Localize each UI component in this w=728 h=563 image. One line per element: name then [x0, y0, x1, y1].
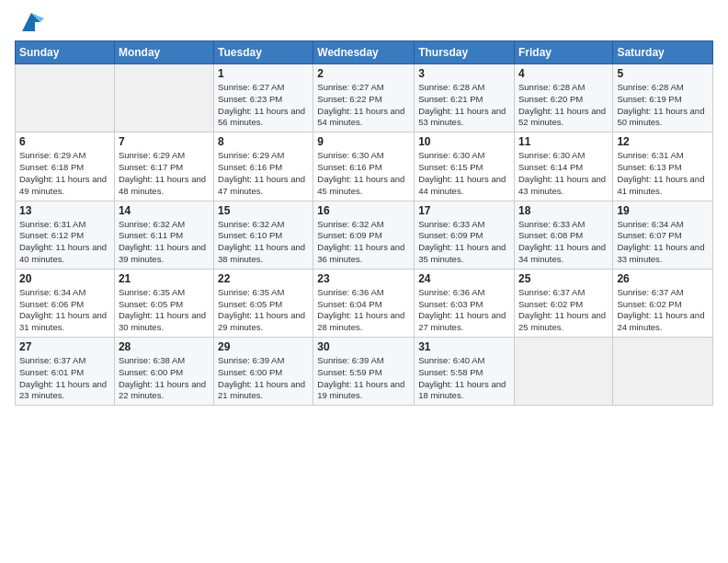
day-info: Sunrise: 6:34 AMSunset: 6:06 PMDaylight:… [19, 287, 110, 334]
day-number: 11 [518, 135, 609, 148]
day-number: 13 [19, 204, 110, 217]
logo-icon [18, 9, 44, 35]
day-cell: 27Sunrise: 6:37 AMSunset: 6:01 PMDayligh… [16, 338, 115, 406]
day-cell: 29Sunrise: 6:39 AMSunset: 6:00 PMDayligh… [214, 338, 313, 406]
day-cell: 9Sunrise: 6:30 AMSunset: 6:16 PMDaylight… [313, 132, 415, 201]
day-number: 22 [218, 272, 309, 285]
week-row-1: 1Sunrise: 6:27 AMSunset: 6:23 PMDaylight… [16, 64, 713, 132]
week-row-2: 6Sunrise: 6:29 AMSunset: 6:18 PMDaylight… [16, 132, 713, 201]
week-row-5: 27Sunrise: 6:37 AMSunset: 6:01 PMDayligh… [16, 338, 713, 406]
day-info: Sunrise: 6:29 AMSunset: 6:17 PMDaylight:… [119, 150, 210, 197]
day-info: Sunrise: 6:32 AMSunset: 6:09 PMDaylight:… [317, 219, 410, 266]
logo [15, 13, 44, 35]
day-number: 7 [119, 135, 210, 148]
day-info: Sunrise: 6:30 AMSunset: 6:14 PMDaylight:… [518, 150, 609, 197]
day-cell: 15Sunrise: 6:32 AMSunset: 6:10 PMDayligh… [214, 201, 313, 269]
day-info: Sunrise: 6:39 AMSunset: 6:00 PMDaylight:… [218, 355, 309, 402]
day-number: 10 [418, 135, 510, 148]
day-number: 1 [218, 67, 309, 80]
day-number: 8 [218, 135, 309, 148]
day-info: Sunrise: 6:37 AMSunset: 6:02 PMDaylight:… [518, 287, 609, 334]
day-number: 17 [418, 204, 510, 217]
day-cell: 25Sunrise: 6:37 AMSunset: 6:02 PMDayligh… [514, 269, 612, 337]
weekday-header-sunday: Sunday [16, 41, 115, 64]
day-cell: 3Sunrise: 6:28 AMSunset: 6:21 PMDaylight… [415, 64, 515, 132]
day-info: Sunrise: 6:34 AMSunset: 6:07 PMDaylight:… [617, 219, 709, 266]
day-cell: 12Sunrise: 6:31 AMSunset: 6:13 PMDayligh… [613, 132, 713, 201]
day-info: Sunrise: 6:31 AMSunset: 6:13 PMDaylight:… [617, 150, 709, 197]
day-cell: 13Sunrise: 6:31 AMSunset: 6:12 PMDayligh… [16, 201, 115, 269]
day-cell: 8Sunrise: 6:29 AMSunset: 6:16 PMDaylight… [214, 132, 313, 201]
day-cell: 26Sunrise: 6:37 AMSunset: 6:02 PMDayligh… [613, 269, 713, 337]
day-cell: 18Sunrise: 6:33 AMSunset: 6:08 PMDayligh… [514, 201, 612, 269]
day-info: Sunrise: 6:36 AMSunset: 6:03 PMDaylight:… [418, 287, 510, 334]
day-number: 20 [19, 272, 110, 285]
day-cell: 10Sunrise: 6:30 AMSunset: 6:15 PMDayligh… [415, 132, 515, 201]
weekday-row: SundayMondayTuesdayWednesdayThursdayFrid… [16, 41, 713, 64]
calendar-header: SundayMondayTuesdayWednesdayThursdayFrid… [16, 41, 713, 64]
day-info: Sunrise: 6:37 AMSunset: 6:02 PMDaylight:… [617, 287, 709, 334]
day-number: 4 [518, 67, 609, 80]
header [15, 9, 713, 35]
day-cell: 5Sunrise: 6:28 AMSunset: 6:19 PMDaylight… [613, 64, 713, 132]
weekday-header-monday: Monday [114, 41, 213, 64]
day-number: 27 [19, 340, 110, 353]
day-cell: 7Sunrise: 6:29 AMSunset: 6:17 PMDaylight… [114, 132, 213, 201]
day-cell: 19Sunrise: 6:34 AMSunset: 6:07 PMDayligh… [613, 201, 713, 269]
day-info: Sunrise: 6:28 AMSunset: 6:21 PMDaylight:… [418, 82, 510, 129]
day-cell: 2Sunrise: 6:27 AMSunset: 6:22 PMDaylight… [313, 64, 415, 132]
day-cell: 1Sunrise: 6:27 AMSunset: 6:23 PMDaylight… [214, 64, 313, 132]
day-info: Sunrise: 6:28 AMSunset: 6:19 PMDaylight:… [617, 82, 709, 129]
day-info: Sunrise: 6:39 AMSunset: 5:59 PMDaylight:… [317, 355, 410, 402]
day-number: 15 [218, 204, 309, 217]
page: SundayMondayTuesdayWednesdayThursdayFrid… [0, 0, 728, 563]
day-number: 21 [119, 272, 210, 285]
day-number: 19 [617, 204, 709, 217]
calendar-table: SundayMondayTuesdayWednesdayThursdayFrid… [15, 40, 713, 406]
day-info: Sunrise: 6:35 AMSunset: 6:05 PMDaylight:… [119, 287, 210, 334]
weekday-header-tuesday: Tuesday [214, 41, 313, 64]
day-cell: 22Sunrise: 6:35 AMSunset: 6:05 PMDayligh… [214, 269, 313, 337]
day-cell: 23Sunrise: 6:36 AMSunset: 6:04 PMDayligh… [313, 269, 415, 337]
week-row-4: 20Sunrise: 6:34 AMSunset: 6:06 PMDayligh… [16, 269, 713, 337]
day-cell [514, 338, 612, 406]
day-cell: 14Sunrise: 6:32 AMSunset: 6:11 PMDayligh… [114, 201, 213, 269]
day-number: 9 [317, 135, 410, 148]
weekday-header-wednesday: Wednesday [313, 41, 415, 64]
day-number: 24 [418, 272, 510, 285]
day-cell: 31Sunrise: 6:40 AMSunset: 5:58 PMDayligh… [415, 338, 515, 406]
day-info: Sunrise: 6:40 AMSunset: 5:58 PMDaylight:… [418, 355, 510, 402]
day-cell [16, 64, 115, 132]
day-number: 3 [418, 67, 510, 80]
day-cell: 6Sunrise: 6:29 AMSunset: 6:18 PMDaylight… [16, 132, 115, 201]
day-number: 2 [317, 67, 410, 80]
day-info: Sunrise: 6:28 AMSunset: 6:20 PMDaylight:… [518, 82, 609, 129]
day-info: Sunrise: 6:30 AMSunset: 6:16 PMDaylight:… [317, 150, 410, 197]
week-row-3: 13Sunrise: 6:31 AMSunset: 6:12 PMDayligh… [16, 201, 713, 269]
day-cell: 20Sunrise: 6:34 AMSunset: 6:06 PMDayligh… [16, 269, 115, 337]
day-cell: 4Sunrise: 6:28 AMSunset: 6:20 PMDaylight… [514, 64, 612, 132]
day-number: 18 [518, 204, 609, 217]
day-number: 23 [317, 272, 410, 285]
day-info: Sunrise: 6:29 AMSunset: 6:16 PMDaylight:… [218, 150, 309, 197]
day-number: 16 [317, 204, 410, 217]
weekday-header-saturday: Saturday [613, 41, 713, 64]
day-info: Sunrise: 6:30 AMSunset: 6:15 PMDaylight:… [418, 150, 510, 197]
day-info: Sunrise: 6:27 AMSunset: 6:22 PMDaylight:… [317, 82, 410, 129]
weekday-header-thursday: Thursday [415, 41, 515, 64]
day-cell: 28Sunrise: 6:38 AMSunset: 6:00 PMDayligh… [114, 338, 213, 406]
calendar-body: 1Sunrise: 6:27 AMSunset: 6:23 PMDaylight… [16, 64, 713, 406]
day-info: Sunrise: 6:32 AMSunset: 6:10 PMDaylight:… [218, 219, 309, 266]
day-info: Sunrise: 6:32 AMSunset: 6:11 PMDaylight:… [119, 219, 210, 266]
day-number: 26 [617, 272, 709, 285]
day-number: 30 [317, 340, 410, 353]
day-cell [613, 338, 713, 406]
day-info: Sunrise: 6:38 AMSunset: 6:00 PMDaylight:… [119, 355, 210, 402]
day-number: 6 [19, 135, 110, 148]
day-cell [114, 64, 213, 132]
day-number: 31 [418, 340, 510, 353]
day-info: Sunrise: 6:31 AMSunset: 6:12 PMDaylight:… [19, 219, 110, 266]
day-number: 5 [617, 67, 709, 80]
day-number: 14 [119, 204, 210, 217]
day-number: 25 [518, 272, 609, 285]
